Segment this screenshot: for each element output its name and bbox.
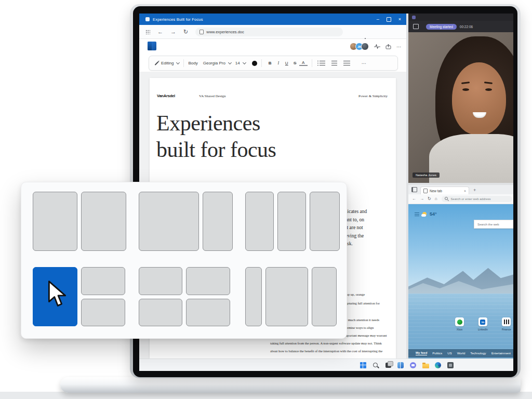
nav-my-feed[interactable]: My feed <box>416 351 427 355</box>
snap-cell[interactable] <box>310 192 340 251</box>
tab-new-tab[interactable]: New tab × <box>420 187 469 194</box>
style-selector[interactable]: Body <box>188 61 197 65</box>
share-icon[interactable] <box>385 44 391 49</box>
minimize-button[interactable]: – <box>377 17 379 22</box>
snap-layouts-grid <box>33 192 335 329</box>
meeting-status-badge: Meeting started <box>426 24 457 30</box>
layout-wide-left-narrow-right <box>139 192 233 251</box>
snap-layouts-panel <box>21 182 347 339</box>
word-app-icon[interactable] <box>148 42 156 50</box>
snap-cell[interactable] <box>81 299 125 327</box>
address-bar[interactable]: www.experiences.doc <box>195 28 343 36</box>
snap-cell[interactable] <box>81 192 126 251</box>
close-button[interactable]: × <box>398 17 401 22</box>
snap-cell[interactable] <box>33 192 77 251</box>
more-options-icon[interactable]: ⋯ <box>396 44 401 49</box>
quick-link-label: Xbox <box>457 328 462 331</box>
nav-entertainment[interactable]: Entertainment <box>491 352 511 355</box>
widgets-button[interactable] <box>397 362 404 369</box>
snap-cell[interactable] <box>139 192 199 251</box>
face-detail <box>473 112 486 118</box>
back-icon[interactable]: ← <box>412 197 416 201</box>
edge-button[interactable] <box>434 362 442 369</box>
quick-link-finance[interactable]: Finance <box>502 317 511 331</box>
numbered-list-icon[interactable] <box>331 61 337 65</box>
snap-cell[interactable] <box>81 267 125 295</box>
bold-button[interactable]: B <box>266 61 274 65</box>
news-feed-nav: My feed Politics US World Technology Ent… <box>408 349 513 357</box>
app-favicon-icon <box>145 17 150 21</box>
nav-politics[interactable]: Politics <box>432 352 442 355</box>
teams-titlebar[interactable] <box>408 14 513 21</box>
apps-grid-icon[interactable] <box>145 30 150 34</box>
teams-meeting-controls: Meeting started 00:22:06 <box>408 21 513 32</box>
web-search-box[interactable]: Search the web <box>474 220 513 229</box>
font-size-label: 14 <box>235 61 240 65</box>
address-search-field[interactable]: Search or enter web address <box>442 196 512 202</box>
edge-newtab-window: New tab × + ← → ↻ ⌂ Search or enter web … <box>408 185 513 358</box>
face-detail <box>462 88 469 91</box>
nav-world[interactable]: World <box>457 352 466 355</box>
forward-icon[interactable]: → <box>170 29 176 35</box>
back-icon[interactable]: ← <box>157 29 163 35</box>
snap-cell[interactable] <box>139 299 182 327</box>
snap-cell[interactable] <box>186 267 230 295</box>
window-controls: – × <box>377 14 401 25</box>
document-page-header: VanArsdel VA Shared Design Power & Simpl… <box>150 94 396 100</box>
face-detail <box>461 82 470 84</box>
teams-logo-icon <box>412 16 416 19</box>
more-formatting-icon[interactable]: ⋯ <box>362 61 366 66</box>
nav-us[interactable]: US <box>447 352 451 355</box>
web-search-placeholder: Search the web <box>477 223 499 226</box>
alignment-icon[interactable] <box>343 61 350 65</box>
task-view-button[interactable] <box>384 362 392 369</box>
snap-cell[interactable] <box>245 267 262 326</box>
search-button[interactable] <box>372 362 379 369</box>
font-selector[interactable]: Georgia Pro <box>203 61 231 65</box>
layout-quad-grid <box>139 267 233 326</box>
snap-cell[interactable] <box>245 192 274 251</box>
folder-icon <box>422 364 429 368</box>
chevron-down-icon <box>243 61 246 64</box>
menu-icon[interactable] <box>415 212 419 216</box>
start-button[interactable] <box>360 362 367 369</box>
quick-link-linkedin[interactable]: in LinkedIn <box>478 317 488 331</box>
snap-cell[interactable] <box>265 267 308 326</box>
teams-chat-button[interactable] <box>409 362 417 369</box>
vertical-tabs-icon[interactable] <box>411 187 417 192</box>
editing-mode-dropdown[interactable]: Editing <box>154 61 179 65</box>
italic-button[interactable]: I <box>274 61 283 65</box>
refresh-icon[interactable]: ↻ <box>183 29 188 35</box>
weather-widget[interactable]: 54° <box>415 211 437 217</box>
store-button[interactable] <box>447 362 454 369</box>
underline-button[interactable]: U <box>283 61 291 65</box>
windows11-hero-scene: Experiences Built for Focus – × ← → ↻ ww… <box>0 0 532 399</box>
snap-cell[interactable] <box>186 299 230 327</box>
quick-link-xbox[interactable]: Xbox <box>455 317 464 331</box>
highlight-button[interactable]: A <box>299 60 308 66</box>
style-label: Body <box>188 61 197 65</box>
snap-cell[interactable] <box>203 192 233 251</box>
strikethrough-button[interactable]: S <box>291 61 299 65</box>
snap-cell[interactable] <box>277 192 306 251</box>
home-icon[interactable]: ⌂ <box>435 197 437 201</box>
document-subtitle: VA Shared Design <box>199 94 226 98</box>
layout-two-equal-columns <box>33 192 126 251</box>
font-color-button[interactable] <box>252 61 257 66</box>
bullet-list-icon[interactable] <box>320 61 325 65</box>
file-explorer-button[interactable] <box>422 362 429 369</box>
refresh-icon[interactable]: ↻ <box>428 197 431 201</box>
maximize-button[interactable] <box>387 17 391 22</box>
nav-technology[interactable]: Technology <box>470 352 486 355</box>
snap-cell[interactable] <box>312 267 337 326</box>
activity-pulse-icon[interactable] <box>374 44 380 49</box>
collaborator-avatars[interactable]: JB <box>350 43 369 50</box>
window-titlebar[interactable]: Experiences Built for Focus – × <box>139 14 406 25</box>
forward-icon[interactable]: → <box>420 197 424 201</box>
font-size-selector[interactable]: 14 <box>235 61 246 65</box>
tab-close-icon[interactable]: × <box>464 189 466 193</box>
snap-cell[interactable] <box>139 267 182 295</box>
formatting-toolbar: Editing Body Georgia Pro 14 <box>149 56 398 71</box>
gallery-view-icon[interactable] <box>413 24 419 29</box>
new-tab-button[interactable]: + <box>473 188 476 193</box>
